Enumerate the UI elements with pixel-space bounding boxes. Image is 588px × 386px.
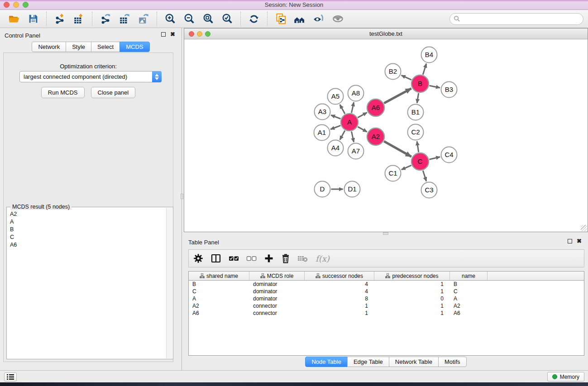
cell-shared-name[interactable]: A6	[189, 310, 249, 317]
cell-successor-nodes[interactable]: 8	[305, 295, 374, 302]
cell-MCDS-role[interactable]: connector	[249, 302, 305, 310]
node-C4[interactable]: C4	[441, 147, 457, 163]
node-A[interactable]: A	[341, 114, 358, 131]
cell-predecessor-nodes[interactable]: 1	[374, 302, 450, 310]
node-B1[interactable]: B1	[408, 105, 424, 120]
deselect-all-button[interactable]	[246, 253, 257, 263]
column-header-predecessor-nodes[interactable]: predecessor nodes	[374, 272, 450, 280]
cell-MCDS-role[interactable]: dominator	[249, 281, 305, 288]
import-table-button[interactable]	[71, 11, 86, 27]
node-A8[interactable]: A8	[348, 86, 364, 101]
node-B4[interactable]: B4	[421, 47, 437, 63]
cell-name[interactable]: A	[450, 295, 488, 302]
node-A7[interactable]: A7	[348, 143, 364, 159]
edge-C-C4[interactable]	[429, 157, 440, 160]
node-C3[interactable]: C3	[421, 182, 437, 198]
add-column-button[interactable]	[264, 253, 274, 263]
task-history-button[interactable]	[4, 372, 17, 381]
mcds-result-item[interactable]: A2	[7, 210, 166, 218]
node-D1[interactable]: D1	[344, 181, 360, 197]
edge-B-B1[interactable]	[417, 93, 418, 103]
node-A6[interactable]: A6	[367, 99, 384, 116]
edge-B-B4[interactable]	[423, 64, 426, 75]
node-A5[interactable]: A5	[328, 89, 344, 105]
export-table-button[interactable]	[117, 11, 132, 27]
node-C[interactable]: C	[411, 153, 429, 170]
node-B[interactable]: B	[411, 75, 429, 92]
table-row[interactable]: Bdominator41B	[189, 281, 584, 288]
column-header-name[interactable]: name	[450, 272, 488, 280]
close-panel-button[interactable]: Close panel	[91, 87, 136, 98]
cell-name[interactable]: A6	[450, 310, 488, 317]
node-A4[interactable]: A4	[328, 140, 344, 156]
mcds-result-item[interactable]: C	[7, 233, 166, 241]
cell-predecessor-nodes[interactable]: 0	[374, 295, 450, 302]
cell-predecessor-nodes[interactable]: 1	[374, 281, 450, 288]
tab-motifs[interactable]: Motifs	[438, 357, 467, 367]
search-box[interactable]	[449, 13, 583, 25]
cell-name[interactable]: C	[450, 288, 488, 295]
hide-selected-button[interactable]	[311, 11, 326, 27]
import-network-button[interactable]	[52, 11, 67, 27]
search-input[interactable]	[460, 15, 579, 22]
cell-predecessor-nodes[interactable]: 1	[374, 310, 450, 317]
close-table-panel-icon[interactable]: ✖	[577, 239, 582, 243]
export-network-button[interactable]	[98, 11, 113, 27]
node-B2[interactable]: B2	[385, 64, 401, 80]
cell-MCDS-role[interactable]: dominator	[249, 288, 305, 295]
edge-A-A8[interactable]	[351, 102, 354, 113]
refresh-button[interactable]	[246, 11, 262, 27]
cell-successor-nodes[interactable]: 4	[305, 281, 374, 288]
table-row[interactable]: A2connector11A2	[189, 302, 584, 310]
cell-name[interactable]: A2	[450, 302, 488, 310]
edge-A-A6[interactable]	[358, 113, 367, 118]
zoom-out-button[interactable]	[182, 11, 197, 27]
cell-MCDS-role[interactable]: dominator	[249, 295, 305, 302]
tab-mcds[interactable]: MCDS	[120, 42, 149, 52]
first-neighbors-button[interactable]	[292, 11, 307, 27]
cell-shared-name[interactable]: A	[189, 295, 249, 302]
clone-network-button[interactable]	[273, 11, 288, 27]
node-C2[interactable]: C2	[408, 124, 424, 140]
cell-successor-nodes[interactable]: 1	[305, 302, 374, 310]
node-C1[interactable]: C1	[385, 166, 401, 181]
zoom-selected-button[interactable]	[220, 11, 235, 27]
delete-column-button[interactable]	[281, 253, 290, 263]
cell-shared-name[interactable]: B	[189, 281, 249, 288]
show-columns-button[interactable]	[210, 253, 221, 263]
delete-table-button[interactable]	[297, 253, 308, 263]
column-header-successor-nodes[interactable]: successor nodes	[305, 272, 374, 280]
save-session-button[interactable]	[25, 11, 41, 27]
network-window-titlebar[interactable]: testGlobe.txt	[184, 29, 588, 39]
show-all-button[interactable]	[330, 11, 345, 27]
tab-network-table[interactable]: Network Table	[389, 357, 439, 367]
node-A1[interactable]: A1	[314, 125, 330, 141]
criterion-dropdown[interactable]: largest connected component (directed)	[19, 71, 162, 82]
float-table-panel-icon[interactable]	[568, 239, 572, 243]
function-builder-button[interactable]: f(x)	[316, 254, 330, 263]
column-header-shared-name[interactable]: shared name	[189, 272, 249, 280]
tab-edge-table[interactable]: Edge Table	[347, 357, 389, 367]
result-scrollbar[interactable]	[166, 208, 172, 358]
cell-successor-nodes[interactable]: 1	[305, 310, 374, 317]
tab-select[interactable]: Select	[91, 42, 120, 52]
node-A2[interactable]: A2	[367, 128, 384, 145]
mcds-result-item[interactable]: A6	[7, 241, 166, 248]
table-row[interactable]: Adominator80A	[189, 295, 584, 302]
run-mcds-button[interactable]: Run MCDS	[41, 87, 85, 98]
memory-button[interactable]: Memory	[547, 372, 584, 381]
column-header-MCDS-role[interactable]: MCDS role	[249, 272, 305, 280]
edge-A-A4[interactable]	[340, 130, 345, 140]
edge-A-A3[interactable]	[331, 115, 340, 119]
cell-predecessor-nodes[interactable]: 1	[374, 288, 450, 295]
tab-style[interactable]: Style	[66, 42, 91, 52]
edge-C-C1[interactable]	[402, 165, 411, 169]
zoom-fit-button[interactable]	[201, 11, 216, 27]
cell-MCDS-role[interactable]: connector	[249, 310, 305, 317]
cell-shared-name[interactable]: C	[189, 288, 249, 295]
cell-successor-nodes[interactable]: 4	[305, 288, 374, 295]
edge-C-C3[interactable]	[423, 171, 426, 181]
table-row[interactable]: A6connector11A6	[189, 310, 584, 317]
close-panel-icon[interactable]: ✖	[170, 32, 175, 37]
node-A3[interactable]: A3	[315, 104, 330, 120]
